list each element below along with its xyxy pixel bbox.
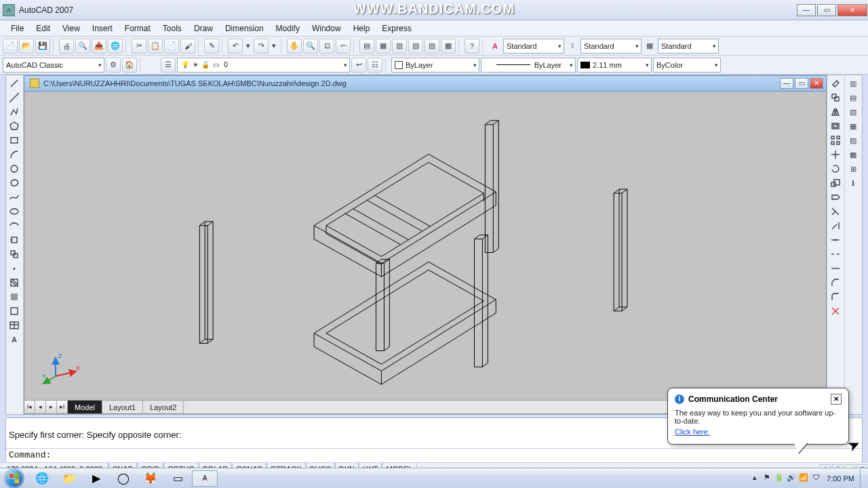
3ddwf-button[interactable]: 🌐: [108, 39, 123, 54]
show-desktop-button[interactable]: [860, 469, 865, 488]
open-file-button[interactable]: 📂: [19, 39, 34, 54]
arc-tool[interactable]: [7, 148, 21, 161]
fillet-tool[interactable]: [829, 290, 842, 304]
scale-tool[interactable]: [829, 176, 842, 190]
extend-tool[interactable]: [829, 219, 842, 232]
zoom-window-button[interactable]: ⊡: [319, 39, 334, 54]
block-editor-button[interactable]: ✎: [204, 39, 219, 54]
color-combo[interactable]: ByLayer: [391, 58, 479, 73]
taskbar-autocad-icon[interactable]: A: [192, 470, 218, 487]
move-tool[interactable]: [829, 148, 842, 161]
taskbar-ie-icon[interactable]: 🌐: [29, 470, 55, 487]
trim-tool[interactable]: [829, 205, 842, 218]
redo-button[interactable]: ↷: [254, 39, 269, 54]
drawing-close-button[interactable]: ✕: [810, 78, 823, 89]
my-workspace-button[interactable]: 🏠: [122, 58, 137, 73]
window-minimize-button[interactable]: —: [797, 4, 816, 16]
tray-shield-icon[interactable]: 🛡: [810, 473, 821, 484]
spline-tool[interactable]: [7, 190, 21, 204]
taskbar-chrome-icon[interactable]: ◯: [111, 470, 136, 487]
layer-combo[interactable]: 💡 ☀ 🔓 ▭ 0: [177, 58, 350, 73]
designcenter-toggle[interactable]: ⊞: [846, 162, 860, 176]
point-tool[interactable]: •: [7, 262, 21, 275]
menu-help[interactable]: Help: [348, 22, 376, 35]
dashboard-toggle[interactable]: ▦: [846, 119, 860, 133]
menu-format[interactable]: Format: [119, 22, 156, 35]
menu-edit[interactable]: Edit: [31, 22, 56, 35]
join-tool[interactable]: [829, 262, 842, 275]
menu-insert[interactable]: Insert: [87, 22, 118, 35]
tool-palettes-button[interactable]: ▥: [392, 39, 407, 54]
menu-file[interactable]: File: [5, 22, 29, 35]
break-tool[interactable]: [829, 247, 842, 261]
copy-button[interactable]: 📋: [148, 39, 163, 54]
dim-style-combo[interactable]: Standard: [580, 39, 642, 54]
linetype-combo[interactable]: ByLayer: [481, 58, 576, 73]
menu-dimension[interactable]: Dimension: [220, 22, 269, 35]
mtext-tool[interactable]: A: [7, 333, 21, 346]
publish-button[interactable]: 📤: [92, 39, 106, 54]
taskbar-wmp-icon[interactable]: ▶: [83, 470, 109, 487]
revision-cloud-tool[interactable]: [7, 176, 21, 190]
circle-tool[interactable]: [7, 162, 21, 176]
tab-prev-button[interactable]: ◂: [35, 401, 46, 413]
paste-button[interactable]: 📄: [164, 39, 179, 54]
cut-button[interactable]: ✂: [132, 39, 146, 54]
markup-toggle[interactable]: ▨: [846, 134, 860, 147]
line-tool[interactable]: [7, 77, 21, 90]
design-center-button[interactable]: ▦: [376, 39, 391, 54]
menu-window[interactable]: Window: [307, 22, 347, 35]
properties-button[interactable]: ▤: [359, 39, 374, 54]
construction-line-tool[interactable]: [7, 91, 21, 104]
comm-center-link[interactable]: Click here.: [675, 428, 710, 436]
taskbar-explorer-icon[interactable]: 📁: [56, 470, 82, 487]
region-tool[interactable]: [7, 304, 21, 318]
markup-set-button[interactable]: ▨: [425, 39, 439, 54]
hatch-tool[interactable]: [7, 276, 21, 289]
sheet-set-button[interactable]: ▧: [408, 39, 423, 54]
properties-toggle[interactable]: ▤: [846, 91, 860, 104]
tray-power-icon[interactable]: 🔋: [774, 473, 785, 484]
window-maximize-button[interactable]: ▭: [817, 4, 836, 16]
layer-properties-manager-button[interactable]: ☰: [161, 58, 176, 73]
undo-button[interactable]: ↶: [228, 39, 243, 54]
tab-layout2[interactable]: Layout2: [143, 401, 184, 413]
tab-first-button[interactable]: I◂: [24, 401, 35, 413]
polygon-tool[interactable]: [7, 119, 21, 133]
comm-center-close-button[interactable]: ✕: [831, 394, 842, 405]
plot-button[interactable]: 🖨: [59, 39, 74, 54]
layer-previous-button[interactable]: ↩: [351, 58, 366, 73]
copy-tool[interactable]: [829, 91, 842, 104]
mirror-tool[interactable]: [829, 105, 842, 119]
tab-next-button[interactable]: ▸: [46, 401, 57, 413]
save-button[interactable]: 💾: [35, 39, 50, 54]
new-file-button[interactable]: 📄: [3, 39, 18, 54]
info-palette-toggle[interactable]: ℹ: [846, 176, 860, 190]
menu-modify[interactable]: Modify: [271, 22, 305, 35]
tab-last-button[interactable]: ▸I: [57, 401, 68, 413]
insert-block-tool[interactable]: [7, 233, 21, 247]
text-style-combo[interactable]: Standard: [503, 39, 564, 54]
window-close-button[interactable]: ✕: [837, 4, 867, 16]
workspace-settings-button[interactable]: ⚙: [106, 58, 121, 73]
undo-dropdown[interactable]: ▾: [244, 39, 252, 54]
zoom-realtime-button[interactable]: 🔍: [303, 39, 318, 54]
chamfer-tool[interactable]: [829, 276, 842, 289]
taskbar-firefox-icon[interactable]: 🦊: [138, 470, 163, 487]
table-tool[interactable]: [7, 319, 21, 332]
drawing-minimize-button[interactable]: —: [780, 78, 793, 89]
tray-volume-icon[interactable]: 🔊: [786, 473, 797, 484]
menu-express[interactable]: Express: [376, 22, 416, 35]
stretch-tool[interactable]: [829, 190, 842, 204]
erase-tool[interactable]: [829, 77, 842, 90]
layer-states-button[interactable]: ☷: [368, 58, 382, 73]
tray-show-hidden-icon[interactable]: ▴: [749, 473, 760, 484]
zoom-previous-button[interactable]: ⤺: [336, 39, 351, 54]
quickcalc-toggle[interactable]: ▩: [846, 148, 860, 161]
tab-layout1[interactable]: Layout1: [102, 401, 143, 413]
make-block-tool[interactable]: [7, 247, 21, 261]
offset-tool[interactable]: [829, 119, 842, 133]
drawing-maximize-button[interactable]: ▭: [795, 78, 808, 89]
break-at-point-tool[interactable]: [829, 233, 842, 247]
pan-realtime-button[interactable]: ✋: [287, 39, 302, 54]
